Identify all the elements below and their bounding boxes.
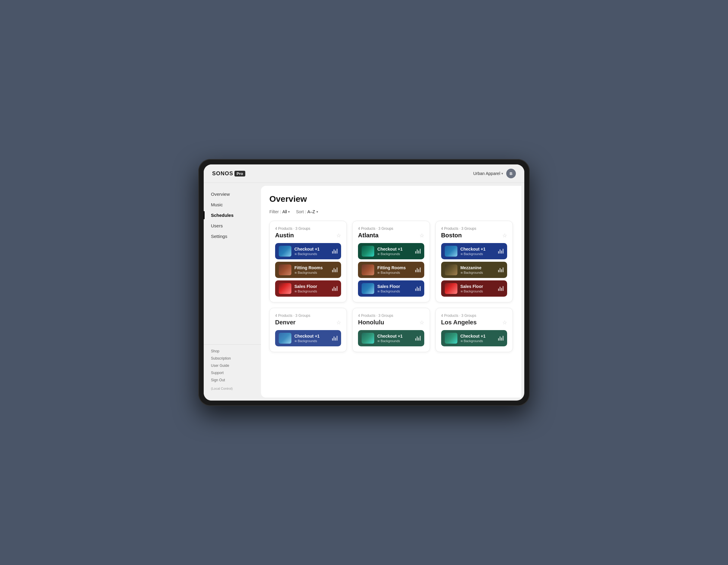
location-card-honolulu[interactable]: 4 Products · 3 Groups Honolulu ☆ Checkou…: [352, 308, 430, 352]
zone-thumbnail: [362, 265, 374, 275]
zone-sub: ≋ Backgrounds: [460, 252, 495, 256]
equalizer-icon: [415, 249, 421, 254]
filter-bar: Filter : All ▾ Sort : A–Z ▾: [269, 209, 513, 214]
header: SONOS Pro Urban Apparel ▾ B: [204, 165, 524, 183]
zone-list: Checkout +1 ≋ Backgrounds: [441, 330, 507, 346]
sidebar-item-support[interactable]: Support: [204, 369, 261, 376]
zone-item[interactable]: Checkout +1 ≋ Backgrounds: [441, 243, 507, 259]
card-title: Austin: [275, 232, 294, 239]
tablet-screen: SONOS Pro Urban Apparel ▾ B Overview Mus…: [204, 165, 524, 400]
card-header: Atlanta ☆: [358, 232, 424, 239]
location-card-boston[interactable]: 4 Products · 3 Groups Boston ☆ Checkout …: [435, 221, 513, 302]
waveform-icon: ≋: [377, 339, 380, 343]
zone-item[interactable]: Sales Floor ≋ Backgrounds: [441, 281, 507, 296]
filter-label: Filter :: [269, 209, 281, 214]
sidebar-item-users[interactable]: Users: [204, 221, 261, 231]
zone-name: Checkout +1: [377, 247, 412, 252]
zone-info: Checkout +1 ≋ Backgrounds: [377, 247, 412, 256]
zone-info: Checkout +1 ≋ Backgrounds: [294, 334, 329, 343]
avatar[interactable]: B: [506, 169, 516, 178]
location-card-los-angeles[interactable]: 4 Products · 3 Groups Los Angeles ☆ Chec…: [435, 308, 513, 352]
zone-name: Checkout +1: [294, 334, 329, 339]
card-header: Austin ☆: [275, 232, 341, 239]
favorite-icon[interactable]: ☆: [502, 319, 507, 326]
header-right: Urban Apparel ▾ B: [473, 169, 516, 178]
sidebar-item-schedules[interactable]: Schedules: [204, 210, 261, 221]
zone-name: Sales Floor: [294, 284, 329, 289]
filter-control[interactable]: Filter : All ▾: [269, 209, 290, 214]
sort-chevron-icon: ▾: [316, 210, 318, 214]
zone-info: Checkout +1 ≋ Backgrounds: [294, 247, 329, 256]
location-card-denver[interactable]: 4 Products · 3 Groups Denver ☆ Checkout …: [269, 308, 347, 352]
sidebar-item-settings[interactable]: Settings: [204, 231, 261, 242]
zone-thumbnail: [445, 246, 457, 257]
equalizer-icon: [332, 286, 337, 291]
zone-item[interactable]: Fitting Rooms ≋ Backgrounds: [358, 262, 424, 278]
card-header: Honolulu ☆: [358, 319, 424, 326]
zone-thumbnail: [445, 333, 457, 344]
zone-name: Fitting Rooms: [377, 265, 412, 271]
zone-info: Sales Floor ≋ Backgrounds: [377, 284, 412, 293]
location-card-atlanta[interactable]: 4 Products · 3 Groups Atlanta ☆ Checkout…: [352, 221, 430, 302]
zone-thumbnail: [279, 283, 291, 294]
org-name: Urban Apparel: [473, 171, 500, 176]
card-meta: 4 Products · 3 Groups: [441, 227, 507, 231]
card-meta: 4 Products · 3 Groups: [358, 313, 424, 318]
favorite-icon[interactable]: ☆: [502, 232, 507, 239]
zone-thumbnail: [362, 333, 374, 344]
zone-item[interactable]: Checkout +1 ≋ Backgrounds: [441, 330, 507, 346]
sidebar-item-shop[interactable]: Shop: [204, 347, 261, 355]
sort-value: A–Z: [307, 209, 315, 214]
page-title: Overview: [269, 194, 513, 204]
zone-item[interactable]: Checkout +1 ≋ Backgrounds: [358, 243, 424, 259]
zone-name: Checkout +1: [294, 247, 329, 252]
sidebar-item-user-guide[interactable]: User Guide: [204, 362, 261, 369]
favorite-icon[interactable]: ☆: [419, 319, 424, 326]
waveform-icon: ≋: [377, 290, 380, 293]
zone-list: Checkout +1 ≋ Backgrounds Fitting Rooms …: [275, 243, 341, 296]
zone-item[interactable]: Sales Floor ≋ Backgrounds: [275, 281, 341, 296]
sidebar: Overview Music Schedules Users Settings …: [204, 183, 261, 400]
zone-item[interactable]: Checkout +1 ≋ Backgrounds: [275, 243, 341, 259]
zone-thumbnail: [362, 246, 374, 257]
zone-list: Checkout +1 ≋ Backgrounds Fitting Rooms …: [358, 243, 424, 296]
location-card-austin[interactable]: 4 Products · 3 Groups Austin ☆ Checkout …: [269, 221, 347, 302]
card-header: Denver ☆: [275, 319, 341, 326]
zone-thumbnail: [445, 265, 457, 275]
card-title: Denver: [275, 319, 296, 326]
sidebar-item-subscription[interactable]: Subscription: [204, 355, 261, 362]
favorite-icon[interactable]: ☆: [336, 232, 341, 239]
zone-name: Fitting Rooms: [294, 265, 329, 271]
favorite-icon[interactable]: ☆: [419, 232, 424, 239]
zone-thumbnail: [445, 283, 457, 294]
logo-sonos: SONOS: [212, 171, 233, 177]
card-title: Boston: [441, 232, 462, 239]
waveform-icon: ≋: [294, 339, 297, 343]
zone-sub: ≋ Backgrounds: [460, 271, 495, 275]
zone-item[interactable]: Mezzanine ≋ Backgrounds: [441, 262, 507, 278]
sort-control[interactable]: Sort : A–Z ▾: [296, 209, 318, 214]
zone-sub: ≋ Backgrounds: [294, 271, 329, 275]
zone-item[interactable]: Sales Floor ≋ Backgrounds: [358, 281, 424, 296]
waveform-icon: ≋: [294, 290, 297, 293]
sidebar-item-overview[interactable]: Overview: [204, 189, 261, 199]
zone-item[interactable]: Fitting Rooms ≋ Backgrounds: [275, 262, 341, 278]
org-selector[interactable]: Urban Apparel ▾: [473, 171, 503, 176]
zone-info: Checkout +1 ≋ Backgrounds: [460, 247, 495, 256]
zone-info: Mezzanine ≋ Backgrounds: [460, 265, 495, 275]
favorite-icon[interactable]: ☆: [336, 319, 341, 326]
zone-sub: ≋ Backgrounds: [377, 271, 412, 275]
card-title: Atlanta: [358, 232, 378, 239]
card-header: Boston ☆: [441, 232, 507, 239]
sidebar-item-music[interactable]: Music: [204, 199, 261, 210]
zone-item[interactable]: Checkout +1 ≋ Backgrounds: [275, 330, 341, 346]
filter-chevron-icon: ▾: [288, 210, 290, 214]
sidebar-item-sign-out[interactable]: Sign Out: [204, 376, 261, 384]
zone-info: Fitting Rooms ≋ Backgrounds: [377, 265, 412, 275]
logo: SONOS Pro: [212, 171, 245, 177]
card-meta: 4 Products · 3 Groups: [275, 313, 341, 318]
zone-item[interactable]: Checkout +1 ≋ Backgrounds: [358, 330, 424, 346]
zone-name: Sales Floor: [377, 284, 412, 289]
zone-sub: ≋ Backgrounds: [377, 339, 412, 343]
zone-sub: ≋ Backgrounds: [294, 289, 329, 293]
